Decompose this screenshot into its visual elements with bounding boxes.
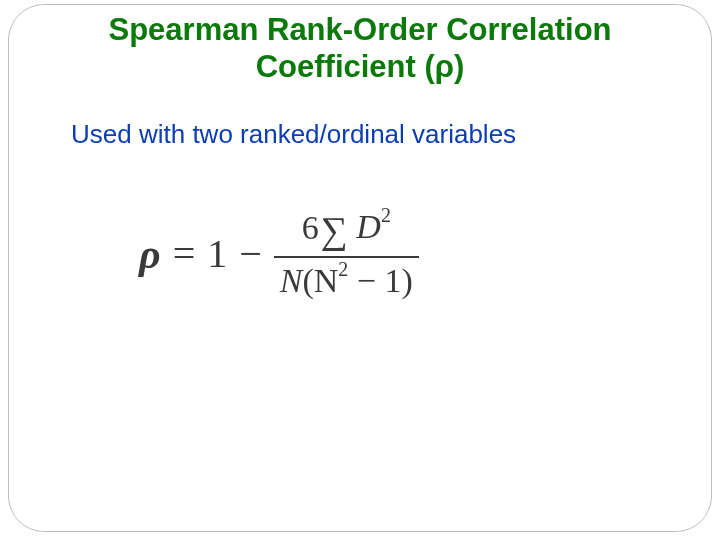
den-n2: N (314, 262, 339, 299)
formula-lhs: ρ (139, 230, 161, 278)
formula-equals: = (173, 230, 196, 277)
title-line-2: Coefficient (ρ) (256, 49, 465, 84)
formula: ρ = 1 − 6∑ D2 N(N2 − 1) (139, 206, 711, 301)
num-six: 6 (302, 209, 319, 246)
slide-frame: Spearman Rank-Order Correlation Coeffici… (8, 4, 712, 532)
formula-minus: − (239, 230, 262, 277)
den-close: ) (402, 262, 413, 299)
formula-one: 1 (207, 230, 227, 277)
formula-row: ρ = 1 − 6∑ D2 N(N2 − 1) (139, 206, 711, 301)
slide-title: Spearman Rank-Order Correlation Coeffici… (9, 11, 711, 85)
den-one: 1 (385, 262, 402, 299)
fraction-denominator: N(N2 − 1) (274, 260, 419, 302)
sigma-icon: ∑ (321, 209, 348, 251)
den-n1: N (280, 262, 303, 299)
formula-fraction: 6∑ D2 N(N2 − 1) (274, 206, 419, 301)
fraction-numerator: 6∑ D2 (296, 206, 397, 253)
den-n2-exp: 2 (338, 258, 348, 280)
title-line-1: Spearman Rank-Order Correlation (108, 12, 611, 47)
den-open: ( (302, 262, 313, 299)
num-d-exp: 2 (381, 204, 391, 226)
num-d: D (356, 209, 381, 246)
den-minus: − (357, 262, 376, 299)
slide-subtitle: Used with two ranked/ordinal variables (71, 119, 711, 150)
